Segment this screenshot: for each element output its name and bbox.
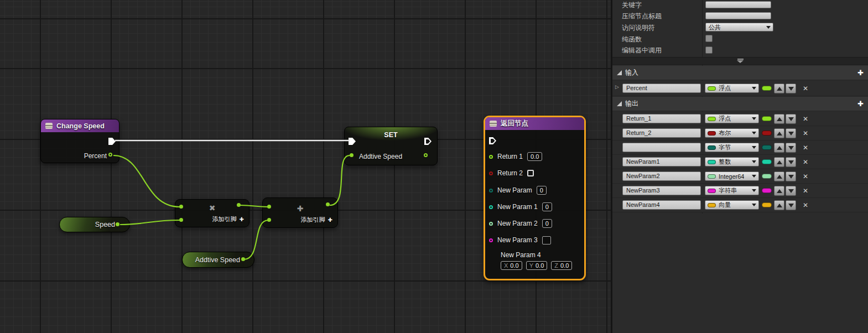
param-type-select[interactable]: 向量 — [705, 200, 759, 210]
exec-out-pin[interactable] — [108, 138, 116, 145]
addtive-speed-in-pin[interactable] — [350, 153, 354, 157]
move-down-button[interactable] — [786, 186, 796, 196]
remove-param-button[interactable]: ✕ — [803, 85, 808, 92]
add-out-pin[interactable] — [326, 202, 330, 206]
pass-by-reference-pill[interactable] — [762, 174, 772, 179]
param-name-input[interactable] — [622, 143, 701, 152]
remove-param-button[interactable]: ✕ — [803, 129, 808, 137]
pin-return-1[interactable] — [489, 155, 493, 159]
node-add[interactable]: ✚ 添加引脚 ✚ — [262, 197, 338, 228]
move-down-button[interactable] — [786, 143, 796, 153]
param-name-input[interactable]: NewParam3 — [622, 186, 701, 195]
vector-x-field[interactable]: X 0.0 — [501, 261, 522, 270]
pass-by-reference-pill[interactable] — [762, 131, 772, 136]
node-change-speed[interactable]: Change Speed Percent — [40, 119, 119, 163]
addtive-speed-out-pin[interactable] — [424, 153, 428, 157]
pin-new-param[interactable] — [489, 189, 493, 192]
move-up-button[interactable] — [774, 84, 784, 93]
vector-y-field[interactable]: Y 0.0 — [526, 261, 548, 270]
pass-by-reference-pill[interactable] — [762, 188, 772, 193]
param-type-select[interactable]: 整数 — [705, 157, 759, 166]
pin-value-field[interactable]: 0.0 — [527, 152, 542, 161]
node-header[interactable]: 返回节点 — [485, 117, 584, 130]
var-node-speed[interactable]: Speed — [59, 217, 130, 232]
node-set[interactable]: SET Addtive Speed — [344, 127, 438, 165]
pin-new-param-2[interactable] — [489, 222, 493, 226]
addtive-out-pin[interactable] — [241, 257, 245, 261]
param-type-select[interactable]: Integer64 — [705, 171, 759, 181]
move-down-button[interactable] — [786, 114, 796, 124]
compact-title-input[interactable] — [705, 12, 771, 19]
move-up-button[interactable] — [774, 171, 784, 181]
param-type-select[interactable]: 浮点 — [705, 84, 759, 93]
pass-by-reference-pill[interactable] — [762, 145, 772, 150]
move-up-button[interactable] — [774, 200, 784, 210]
remove-param-button[interactable]: ✕ — [803, 187, 808, 195]
row-expander-icon[interactable]: ▷ — [615, 84, 619, 90]
pure-function-checkbox[interactable] — [705, 35, 713, 42]
pin-return-2[interactable] — [489, 171, 493, 175]
param-type-select[interactable]: 布尔 — [705, 128, 759, 138]
advanced-expander[interactable] — [612, 57, 868, 65]
param-name-input[interactable]: NewParam4 — [622, 200, 701, 210]
multiply-out-pin[interactable] — [237, 203, 241, 207]
move-up-button[interactable] — [774, 157, 784, 167]
move-down-button[interactable] — [786, 171, 796, 181]
move-down-button[interactable] — [786, 157, 796, 167]
add-pin-button[interactable]: 添加引脚 ✚ — [301, 216, 332, 224]
pin-new-param-1[interactable] — [489, 205, 493, 209]
move-up-button[interactable] — [774, 143, 784, 153]
param-name-input[interactable]: Return_1 — [622, 114, 701, 123]
triangle-expanded-icon — [617, 70, 622, 75]
move-up-button[interactable] — [774, 128, 784, 138]
remove-param-button[interactable]: ✕ — [803, 158, 808, 166]
percent-out-pin[interactable] — [108, 153, 112, 157]
move-down-button[interactable] — [786, 128, 796, 138]
speed-out-pin[interactable] — [116, 222, 119, 226]
pin-new-param-3[interactable] — [489, 238, 493, 242]
pass-by-reference-pill[interactable] — [762, 202, 772, 207]
node-header[interactable]: Change Speed — [41, 119, 119, 132]
move-down-button[interactable] — [786, 200, 796, 210]
pin-text-field[interactable] — [542, 236, 551, 244]
add-pin-button[interactable]: 添加引脚 ✚ — [212, 215, 244, 223]
pass-by-reference-pill[interactable] — [762, 159, 772, 164]
node-return[interactable]: 返回节点 Return 1 0.0 Return 2 New Param 0 N… — [484, 116, 586, 280]
add-output-button[interactable]: ✚ — [857, 100, 864, 108]
add-in-pin-a[interactable] — [267, 205, 271, 209]
move-up-button[interactable] — [774, 114, 784, 124]
param-name-input[interactable]: Return_2 — [622, 128, 701, 138]
multiply-in-pin-a[interactable] — [179, 205, 183, 209]
add-input-button[interactable]: ✚ — [857, 69, 864, 77]
keywords-input[interactable] — [705, 1, 771, 8]
vector-z-field[interactable]: Z 0.0 — [551, 261, 572, 270]
pin-value-field[interactable]: 0 — [542, 202, 552, 211]
pin-checkbox[interactable] — [527, 170, 534, 176]
move-down-button[interactable] — [786, 84, 796, 93]
param-type-select[interactable]: 浮点 — [705, 114, 759, 123]
pin-value-field[interactable]: 0 — [537, 186, 547, 195]
multiply-in-pin-b[interactable] — [179, 218, 183, 222]
outputs-section-header[interactable]: 输出 ✚ — [612, 97, 868, 111]
pass-by-reference-pill[interactable] — [762, 116, 772, 121]
param-name-input[interactable]: Percent — [622, 84, 701, 93]
remove-param-button[interactable]: ✕ — [803, 144, 808, 152]
call-in-editor-checkbox[interactable] — [705, 46, 713, 54]
remove-param-button[interactable]: ✕ — [803, 201, 808, 209]
exec-in-pin[interactable] — [489, 137, 496, 144]
add-in-pin-b[interactable] — [267, 218, 271, 222]
pass-by-reference-pill[interactable] — [762, 86, 772, 91]
remove-param-button[interactable]: ✕ — [803, 115, 808, 123]
graph-canvas[interactable]: Change Speed Percent SET Addtive Speed S… — [0, 0, 611, 333]
remove-param-button[interactable]: ✕ — [803, 173, 808, 180]
param-name-input[interactable]: NewParam1 — [622, 157, 701, 166]
param-name-input[interactable]: NewParam2 — [622, 171, 701, 181]
move-up-button[interactable] — [774, 186, 784, 196]
inputs-section-header[interactable]: 输入 ✚ — [612, 66, 868, 80]
pin-value-field[interactable]: 0 — [542, 219, 552, 228]
param-type-select[interactable]: 字符串 — [705, 186, 759, 195]
var-node-addtive-speed[interactable]: Addtive Speed — [182, 252, 254, 268]
node-multiply[interactable]: ✖ 添加引脚 ✚ — [175, 199, 250, 227]
param-type-select[interactable]: 字节 — [705, 143, 759, 152]
access-specifier-select[interactable]: 公共 — [705, 23, 773, 32]
